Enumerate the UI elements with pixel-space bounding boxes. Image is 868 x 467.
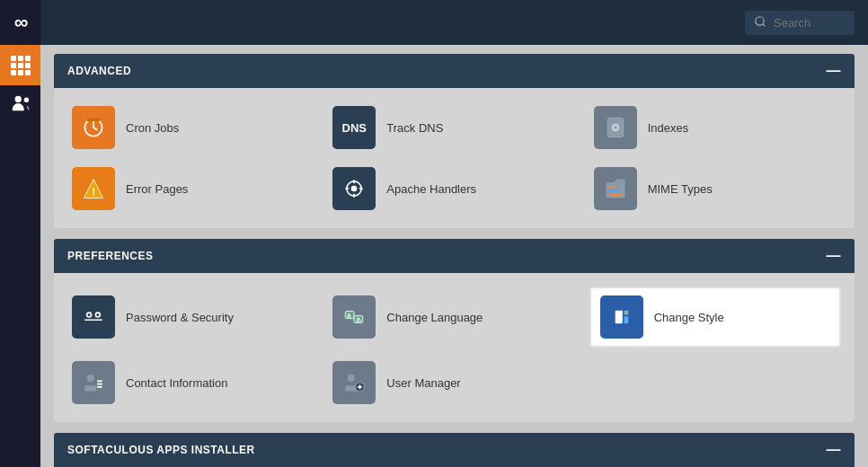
softaculous-collapse[interactable]: — xyxy=(827,442,842,458)
sidebar-item-grid[interactable] xyxy=(0,45,40,85)
error-pages-label: Error Pages xyxy=(126,182,188,196)
menu-item-indexes[interactable]: Indexes xyxy=(589,101,841,154)
apache-handlers-label: Apache Handlers xyxy=(386,182,476,196)
password-security-icon xyxy=(72,295,115,339)
sidebar-logo: ∞ xyxy=(0,0,40,45)
main-content: ADVANCED — Cron Jobs xyxy=(40,0,868,467)
menu-item-apache-handlers[interactable]: Apache Handlers xyxy=(328,163,580,215)
menu-item-change-style[interactable]: Change Style xyxy=(589,286,841,348)
svg-text:A: A xyxy=(347,313,351,319)
contact-information-label: Contact Information xyxy=(126,376,227,390)
track-dns-label: Track DNS xyxy=(386,121,443,135)
svg-rect-33 xyxy=(624,316,628,323)
sidebar: ∞ xyxy=(0,0,40,467)
menu-item-user-manager[interactable]: User Manager xyxy=(328,357,580,409)
menu-item-change-language[interactable]: A あ Change Language xyxy=(328,286,580,348)
menu-item-mime-types[interactable]: MIME Types xyxy=(589,163,841,215)
mime-types-label: MIME Types xyxy=(648,182,713,196)
softaculous-header: SOFTACULOUS APPS INSTALLER — xyxy=(54,433,855,467)
cron-icon xyxy=(72,106,115,149)
section-softaculous: SOFTACULOUS APPS INSTALLER — Scripts: ❮ … xyxy=(54,433,855,467)
users-icon xyxy=(11,93,31,118)
content-area: ADVANCED — Cron Jobs xyxy=(40,45,868,467)
change-language-label: Change Language xyxy=(386,311,483,324)
advanced-body: Cron Jobs DNS Track DNS xyxy=(54,88,855,228)
preferences-collapse[interactable]: — xyxy=(827,248,842,264)
topbar xyxy=(40,0,868,45)
indexes-label: Indexes xyxy=(648,121,689,135)
svg-point-24 xyxy=(95,313,100,317)
grid-icon xyxy=(11,56,31,75)
svg-point-10 xyxy=(614,126,617,129)
menu-item-error-pages[interactable]: ! Error Pages xyxy=(67,163,319,215)
password-security-label: Password & Security xyxy=(126,311,234,324)
svg-point-23 xyxy=(87,313,92,317)
svg-point-2 xyxy=(756,16,764,24)
svg-line-3 xyxy=(763,23,766,26)
preferences-header: PREFERENCES — xyxy=(54,239,855,273)
menu-item-track-dns[interactable]: DNS Track DNS xyxy=(328,101,580,154)
dns-icon-text: DNS xyxy=(342,121,367,135)
logo-icon: ∞ xyxy=(14,11,27,34)
advanced-title: ADVANCED xyxy=(67,65,131,77)
menu-item-cron-jobs[interactable]: Cron Jobs xyxy=(67,101,319,154)
dns-icon: DNS xyxy=(332,106,376,149)
section-preferences: PREFERENCES — Password & Security xyxy=(54,239,855,422)
svg-line-6 xyxy=(93,128,97,130)
indexes-icon xyxy=(594,106,637,149)
section-advanced: ADVANCED — Cron Jobs xyxy=(54,54,855,228)
user-manager-label: User Manager xyxy=(386,376,460,390)
search-input[interactable] xyxy=(774,16,846,30)
apache-handlers-icon xyxy=(332,167,376,210)
sidebar-item-users[interactable] xyxy=(0,85,40,126)
change-style-label: Change Style xyxy=(654,311,724,324)
change-language-icon: A あ xyxy=(332,295,376,339)
svg-text:あ: あ xyxy=(356,317,361,323)
user-manager-icon xyxy=(332,361,376,404)
mime-types-icon xyxy=(594,167,637,210)
svg-point-34 xyxy=(87,374,94,382)
svg-rect-35 xyxy=(84,385,96,392)
menu-item-contact-information[interactable]: Contact Information xyxy=(67,357,319,409)
contact-information-icon xyxy=(72,361,115,404)
search-icon xyxy=(754,15,766,31)
svg-point-1 xyxy=(23,98,28,103)
svg-rect-7 xyxy=(87,119,100,122)
advanced-collapse[interactable]: — xyxy=(827,63,842,79)
cron-jobs-label: Cron Jobs xyxy=(126,121,179,135)
change-style-icon xyxy=(600,295,643,339)
preferences-body: Password & Security A あ Change Language xyxy=(54,273,855,422)
svg-point-0 xyxy=(14,96,21,102)
svg-point-39 xyxy=(348,374,355,382)
preferences-title: PREFERENCES xyxy=(67,250,154,262)
error-pages-icon: ! xyxy=(72,167,115,210)
search-container xyxy=(745,11,855,35)
svg-rect-31 xyxy=(615,311,622,324)
svg-point-14 xyxy=(351,186,358,192)
menu-item-password-security[interactable]: Password & Security xyxy=(67,286,319,348)
svg-text:!: ! xyxy=(92,186,95,198)
svg-rect-32 xyxy=(624,311,628,315)
softaculous-title: SOFTACULOUS APPS INSTALLER xyxy=(67,444,255,456)
advanced-header: ADVANCED — xyxy=(54,54,855,88)
